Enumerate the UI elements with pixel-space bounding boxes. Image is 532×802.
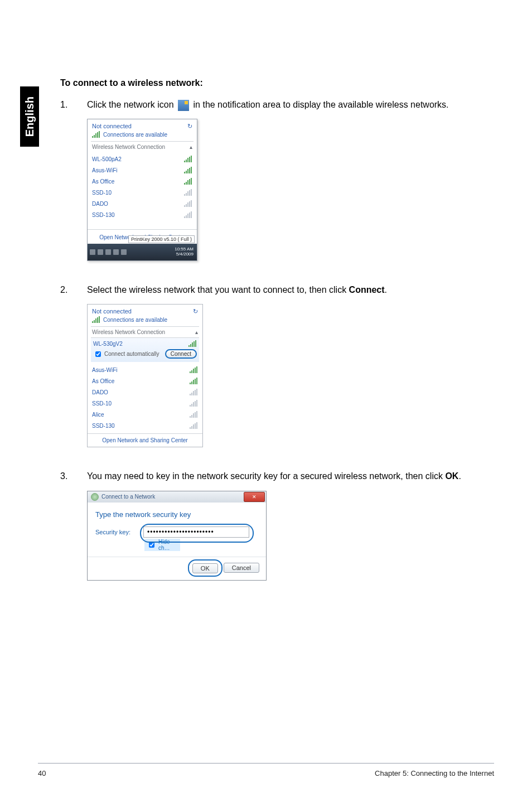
screenshot-1: Not connected ↻ Connections are availabl… — [87, 119, 501, 261]
screenshot-3: Connect to a Network Type the network se… — [87, 491, 501, 581]
signal-bars-icon — [190, 389, 198, 395]
signal-bars-icon — [184, 167, 192, 173]
taskbar: PrintKey 2000 v5.10 ( Full ) 10:55 AM 5/… — [88, 244, 197, 260]
refresh-icon[interactable]: ↻ — [187, 123, 192, 130]
network-item[interactable]: As Office — [92, 375, 198, 386]
connections-available: Connections are available — [103, 132, 167, 138]
collapse-icon[interactable]: ▴ — [190, 144, 192, 150]
step-1-text-pre: Click the network icon — [87, 100, 174, 109]
ok-button[interactable]: OK — [192, 563, 218, 573]
taskbar-icon[interactable] — [105, 249, 111, 255]
taskbar-icon[interactable] — [113, 249, 119, 255]
signal-bars-icon — [92, 316, 100, 323]
step-number: 2. — [60, 283, 87, 296]
hide-characters-checkbox[interactable]: Hide ch… — [144, 539, 180, 551]
screenshot-2: Not connected ↻ Connections are availabl… — [87, 304, 501, 447]
taskbar-icon[interactable] — [98, 249, 103, 255]
network-item[interactable]: Asus-WiFi — [92, 364, 198, 375]
security-key-dialog: Connect to a Network Type the network se… — [87, 491, 267, 581]
signal-bars-icon — [184, 178, 192, 185]
security-key-input[interactable] — [143, 526, 249, 538]
step-3-bold: OK — [445, 471, 458, 481]
step-1: 1. Click the network icon in the notific… — [60, 98, 501, 111]
network-item[interactable]: Alice — [92, 409, 198, 420]
step-3-text-post: . — [458, 471, 461, 481]
open-network-center-link[interactable]: Open Network and Sharing Center — [88, 433, 202, 447]
taskbar-tooltip: PrintKey 2000 v5.10 ( Full ) — [128, 235, 195, 243]
signal-bars-icon — [184, 156, 192, 162]
taskbar-icon[interactable] — [90, 249, 95, 255]
status-not-connected: Not connected — [92, 308, 132, 315]
signal-bars-icon — [184, 200, 192, 207]
cancel-button[interactable]: Cancel — [224, 563, 259, 573]
network-item[interactable]: As Office — [92, 176, 192, 187]
refresh-icon[interactable]: ↻ — [193, 308, 198, 315]
signal-bars-icon — [190, 422, 198, 429]
section-label: Wireless Network Connection — [92, 144, 165, 150]
section-heading: To connect to a wireless network: — [60, 78, 501, 88]
selected-network-name: WL-530gV2 — [93, 341, 123, 347]
network-item[interactable]: DADO — [92, 386, 198, 398]
taskbar-icon[interactable] — [121, 249, 127, 255]
step-number: 3. — [60, 470, 87, 482]
status-not-connected: Not connected — [92, 123, 132, 129]
step-3: 3. You may need to key in the network se… — [60, 470, 501, 482]
collapse-icon[interactable]: ▴ — [195, 329, 198, 335]
security-key-label: Security key: — [95, 529, 137, 535]
network-item[interactable]: SSD-130 — [92, 420, 198, 431]
network-item[interactable]: DADO — [92, 198, 192, 209]
chapter-label: Chapter 5: Connecting to the Internet — [375, 769, 494, 777]
signal-bars-icon — [184, 189, 192, 196]
page-number: 40 — [38, 769, 46, 777]
step-2-bold: Connect — [349, 285, 385, 294]
network-item[interactable]: WL-500pA2 — [92, 153, 192, 165]
signal-bars-icon — [184, 211, 192, 218]
dialog-icon — [91, 493, 99, 501]
step-3-text-pre: You may need to key in the network secur… — [87, 471, 445, 481]
section-label: Wireless Network Connection — [92, 329, 165, 335]
page-footer: 40 Chapter 5: Connecting to the Internet — [38, 763, 494, 777]
taskbar-clock[interactable]: 10:55 AM 5/4/2009 — [175, 247, 195, 257]
connect-automatically-checkbox[interactable]: Connect automatically — [93, 350, 159, 359]
signal-bars-icon — [188, 340, 197, 347]
network-item[interactable]: Asus-WiFi — [92, 165, 192, 176]
signal-bars-icon — [190, 411, 198, 418]
connections-available: Connections are available — [103, 317, 167, 323]
dialog-heading: Type the network security key — [95, 510, 258, 519]
signal-bars-icon — [190, 366, 198, 373]
language-tab: English — [20, 86, 39, 147]
network-item[interactable]: SSD-10 — [92, 187, 192, 198]
network-item[interactable]: SSD-10 — [92, 398, 198, 409]
signal-bars-icon — [190, 378, 198, 384]
step-2-text-post: . — [385, 285, 387, 294]
step-2: 2. Select the wireless network that you … — [60, 283, 501, 296]
step-number: 1. — [60, 98, 87, 111]
dialog-title: Connect to a Network — [101, 494, 155, 500]
signal-bars-icon — [92, 131, 100, 138]
signal-bars-icon — [190, 400, 198, 407]
wifi-popup: Not connected ↻ Connections are availabl… — [87, 119, 197, 261]
step-2-text-pre: Select the wireless network that you wan… — [87, 285, 349, 294]
close-button[interactable] — [244, 492, 265, 502]
step-1-text-post: in the notification area to display the … — [194, 100, 449, 109]
network-tray-icon — [178, 100, 189, 111]
network-item[interactable]: SSD-130 — [92, 209, 192, 220]
connect-button[interactable]: Connect — [165, 349, 197, 359]
selected-network[interactable]: WL-530gV2 Connect automatically Connect — [91, 337, 199, 362]
wifi-popup-connect: Not connected ↻ Connections are availabl… — [87, 304, 203, 447]
